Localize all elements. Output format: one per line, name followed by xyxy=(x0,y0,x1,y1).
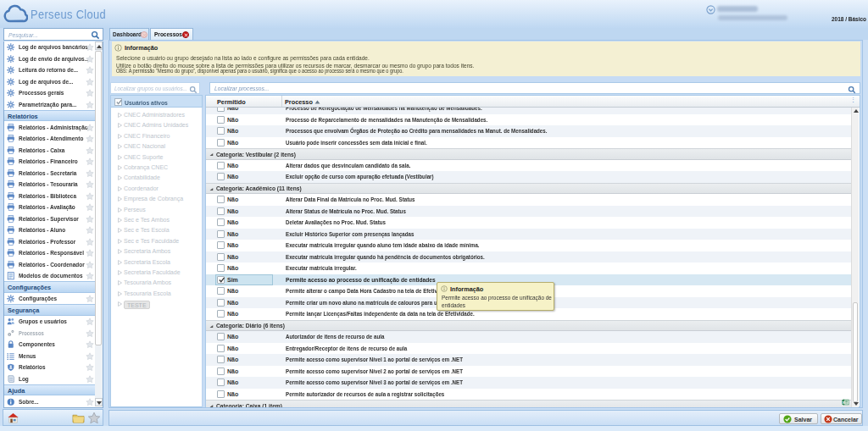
svg-text:X: X xyxy=(843,400,845,404)
